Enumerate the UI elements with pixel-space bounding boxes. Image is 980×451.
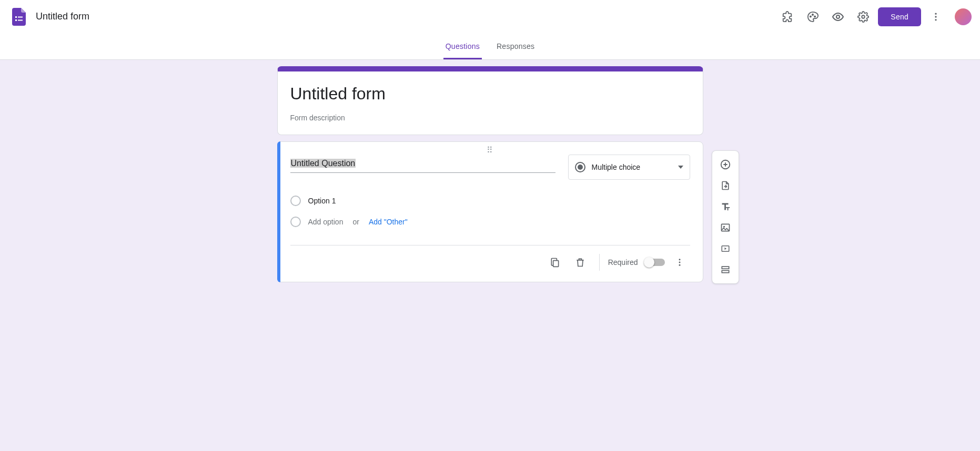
settings-button[interactable] — [853, 6, 874, 27]
drag-handle-icon[interactable]: ⠿ — [487, 145, 494, 155]
chevron-down-icon — [678, 166, 683, 169]
option-row[interactable]: Option 1 — [290, 190, 690, 211]
copy-icon — [550, 257, 560, 268]
svg-rect-1 — [18, 16, 23, 17]
svg-point-9 — [935, 13, 936, 14]
trash-icon — [575, 257, 585, 268]
question-more-button[interactable] — [669, 252, 690, 273]
preview-button[interactable] — [827, 6, 848, 27]
add-title-button[interactable] — [715, 196, 736, 217]
svg-rect-0 — [15, 16, 17, 18]
tab-responses[interactable]: Responses — [494, 42, 537, 59]
image-icon — [720, 222, 731, 233]
tabs-bar: Questions Responses — [0, 33, 980, 59]
svg-point-6 — [814, 16, 815, 17]
svg-rect-12 — [553, 260, 558, 266]
question-type-dropdown[interactable]: Multiple choice — [568, 155, 690, 180]
customize-theme-button[interactable] — [802, 6, 823, 27]
question-title-input[interactable]: Untitled Question — [290, 155, 555, 173]
account-avatar[interactable] — [955, 8, 972, 25]
footer-divider — [599, 254, 600, 271]
svg-rect-21 — [722, 271, 729, 273]
forms-app-icon[interactable] — [8, 6, 29, 27]
send-button[interactable]: Send — [878, 7, 921, 26]
question-header-row: Untitled Question Multiple choice — [290, 155, 690, 180]
gear-icon — [857, 11, 869, 23]
palette-icon — [807, 11, 819, 23]
radio-outline-icon — [290, 217, 301, 227]
add-video-button[interactable] — [715, 238, 736, 259]
svg-point-13 — [679, 259, 680, 260]
form-title-input[interactable]: Untitled form — [290, 83, 690, 104]
header-actions: Send — [777, 6, 972, 27]
floating-toolbar — [712, 150, 739, 284]
addons-button[interactable] — [777, 6, 798, 27]
video-icon — [720, 244, 731, 253]
more-vert-icon — [931, 12, 941, 22]
svg-point-15 — [679, 264, 680, 265]
add-option-row: Add option or Add "Other" — [290, 211, 690, 232]
svg-point-10 — [935, 16, 936, 17]
form-name-input[interactable]: Untitled form — [36, 11, 777, 22]
question-type-label: Multiple choice — [592, 163, 641, 171]
import-questions-button[interactable] — [715, 175, 736, 196]
svg-point-7 — [836, 15, 840, 18]
app-header: Untitled form — [0, 0, 980, 60]
duplicate-button[interactable] — [544, 252, 565, 273]
svg-point-8 — [862, 15, 865, 18]
form-canvas-inner: Untitled form Form description ⠿ Untitle… — [277, 66, 703, 289]
header-top-row: Untitled form — [0, 0, 980, 33]
delete-button[interactable] — [570, 252, 591, 273]
svg-point-5 — [812, 14, 813, 15]
form-title-card[interactable]: Untitled form Form description — [277, 66, 703, 135]
radio-outline-icon — [290, 196, 301, 206]
puzzle-icon — [782, 11, 793, 23]
svg-rect-2 — [15, 19, 17, 21]
form-canvas: Untitled form Form description ⠿ Untitle… — [0, 60, 980, 310]
svg-rect-20 — [722, 266, 729, 269]
add-option-button[interactable]: Add option — [308, 218, 343, 226]
form-description-input[interactable]: Form description — [290, 114, 690, 122]
question-title-wrap: Untitled Question — [290, 155, 555, 173]
add-image-button[interactable] — [715, 217, 736, 238]
or-label: or — [352, 218, 359, 226]
question-options: Option 1 Add option or Add "Other" — [290, 190, 690, 232]
svg-point-4 — [810, 16, 811, 17]
required-toggle[interactable] — [645, 259, 665, 266]
radio-icon — [575, 162, 585, 172]
plus-circle-icon — [720, 159, 731, 170]
option-text-input[interactable]: Option 1 — [308, 197, 336, 205]
svg-rect-3 — [18, 19, 23, 20]
svg-point-11 — [935, 19, 936, 20]
add-other-button[interactable]: Add "Other" — [369, 218, 408, 226]
import-icon — [720, 180, 731, 191]
more-menu-button[interactable] — [925, 6, 946, 27]
more-vert-icon — [675, 258, 684, 267]
tab-questions[interactable]: Questions — [443, 42, 482, 59]
question-card[interactable]: ⠿ Untitled Question Multiple choice Opti… — [277, 141, 703, 282]
add-section-button[interactable] — [715, 259, 736, 280]
svg-point-14 — [679, 261, 680, 263]
add-question-button[interactable] — [715, 154, 736, 175]
title-icon — [720, 201, 731, 212]
required-label: Required — [608, 258, 638, 266]
svg-point-18 — [723, 226, 724, 228]
section-icon — [720, 264, 731, 275]
eye-icon — [832, 11, 844, 23]
question-footer: Required — [290, 245, 690, 279]
